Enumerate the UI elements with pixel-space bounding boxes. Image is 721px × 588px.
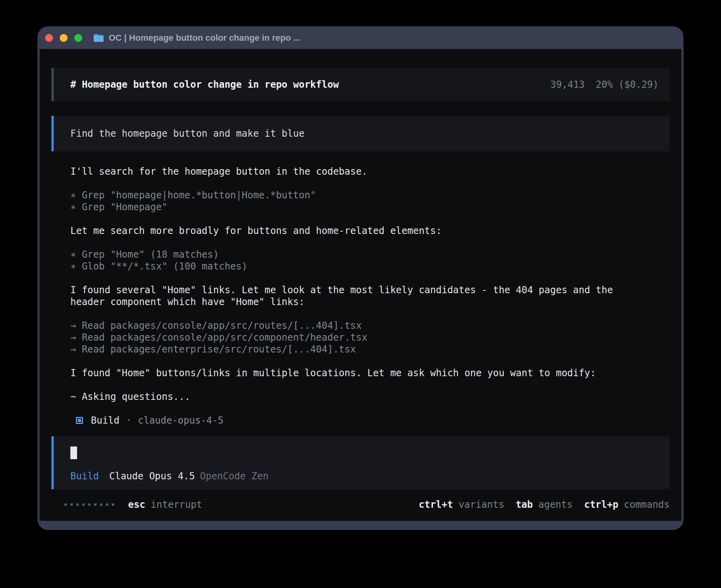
prompt-input[interactable]: Build Claude Opus 4.5 OpenCode Zen xyxy=(51,436,670,489)
assistant-paragraph: I found several "Home" links. Let me loo… xyxy=(70,284,670,308)
status-bar: esc interrupt ctrl+t variants tab agents… xyxy=(51,499,670,511)
input-mode-label: Build xyxy=(70,470,99,482)
agent-name: Build xyxy=(91,415,119,426)
tool-call-grep: ∗ Grep "homepage|home.*button|Home.*butt… xyxy=(70,189,670,201)
zoom-button[interactable] xyxy=(74,34,82,42)
session-stats: 39,413 20% ($0.29) xyxy=(550,79,659,90)
user-message-text: Find the homepage button and make it blu… xyxy=(70,128,304,139)
tool-call-group: ∗ Grep "Home" (18 matches) ∗ Glob "**/*.… xyxy=(70,249,670,272)
tool-call-glob: ∗ Glob "**/*.tsx" (100 matches) xyxy=(70,260,670,272)
folder-icon xyxy=(93,34,104,42)
spinner-dot xyxy=(64,503,67,506)
agent-status-row: Build · claude-opus-4-5 xyxy=(70,415,670,426)
assistant-paragraph: Let me search more broadly for buttons a… xyxy=(70,225,670,237)
session-header: # Homepage button color change in repo w… xyxy=(51,68,670,101)
input-model-label: Claude Opus 4.5 xyxy=(109,470,195,482)
status-left: esc interrupt xyxy=(51,499,202,511)
tool-call-read: → Read packages/console/app/src/routes/[… xyxy=(70,320,670,332)
terminal-window: OC | Homepage button color change in rep… xyxy=(38,27,683,530)
traffic-lights xyxy=(45,34,82,42)
window-title: OC | Homepage button color change in rep… xyxy=(109,33,300,43)
hint-label: agents xyxy=(538,499,573,511)
user-message: Find the homepage button and make it blu… xyxy=(51,116,670,151)
tool-call-grep: ∗ Grep "Homepage" xyxy=(70,201,670,213)
agent-icon xyxy=(76,417,83,424)
agent-model: claude-opus-4-5 xyxy=(138,415,224,426)
assistant-text: Let me search more broadly for buttons a… xyxy=(70,225,624,237)
input-footer: Build Claude Opus 4.5 OpenCode Zen xyxy=(70,470,659,482)
context-usage: 20% ($0.29) xyxy=(596,79,659,90)
esc-label: interrupt xyxy=(151,499,202,511)
hint-label: variants xyxy=(459,499,504,511)
tool-call-read: → Read packages/console/app/src/componen… xyxy=(70,332,670,343)
assistant-paragraph: I'll search for the homepage button in t… xyxy=(70,166,670,177)
hint-key: tab xyxy=(516,499,533,511)
spinner-dot xyxy=(94,503,96,506)
asking-questions-status: ~ Asking questions... xyxy=(70,391,624,403)
status-right: ctrl+t variants tab agents ctrl+p comman… xyxy=(419,499,670,511)
window-titlebar[interactable]: OC | Homepage button color change in rep… xyxy=(38,27,683,49)
spinner-dot xyxy=(82,503,85,506)
input-provider-label: OpenCode Zen xyxy=(200,470,268,482)
agent-icon-dot xyxy=(78,419,81,422)
tool-call-group: ∗ Grep "homepage|home.*button|Home.*butt… xyxy=(70,189,670,213)
spinner-dot xyxy=(70,503,73,506)
conversation: I'll search for the homepage button in t… xyxy=(51,166,670,426)
terminal-content: # Homepage button color change in repo w… xyxy=(40,49,681,521)
assistant-text: I'll search for the homepage button in t… xyxy=(70,166,624,177)
minimize-button[interactable] xyxy=(60,34,68,42)
session-title: # Homepage button color change in repo w… xyxy=(70,79,339,90)
tool-call-read: → Read packages/enterprise/src/routes/[.… xyxy=(70,343,670,355)
assistant-text: I found "Home" buttons/links in multiple… xyxy=(70,367,624,379)
assistant-text: I found several "Home" links. Let me loo… xyxy=(70,284,624,308)
hint-label: commands xyxy=(624,499,670,511)
close-button[interactable] xyxy=(45,34,53,42)
hint-commands: ctrl+p commands xyxy=(584,499,670,511)
spinner-dots xyxy=(64,503,114,506)
tool-call-grep: ∗ Grep "Home" (18 matches) xyxy=(70,249,670,260)
assistant-status: ~ Asking questions... xyxy=(70,391,670,403)
hint-key: ctrl+p xyxy=(584,499,619,511)
tool-call-group: → Read packages/console/app/src/routes/[… xyxy=(70,320,670,355)
agent-separator: · xyxy=(126,415,131,426)
token-count: 39,413 xyxy=(550,79,585,90)
assistant-paragraph: I found "Home" buttons/links in multiple… xyxy=(70,367,670,379)
spinner-dot xyxy=(106,503,108,506)
spinner-dot xyxy=(112,503,114,506)
hint-agents: tab agents xyxy=(516,499,573,511)
hint-key: ctrl+t xyxy=(419,499,453,511)
spinner-dot xyxy=(88,503,91,506)
text-cursor xyxy=(70,447,77,459)
spinner-dot xyxy=(100,503,102,506)
hint-variants: ctrl+t variants xyxy=(419,499,504,511)
esc-key: esc xyxy=(128,499,145,511)
spinner-dot xyxy=(76,503,79,506)
